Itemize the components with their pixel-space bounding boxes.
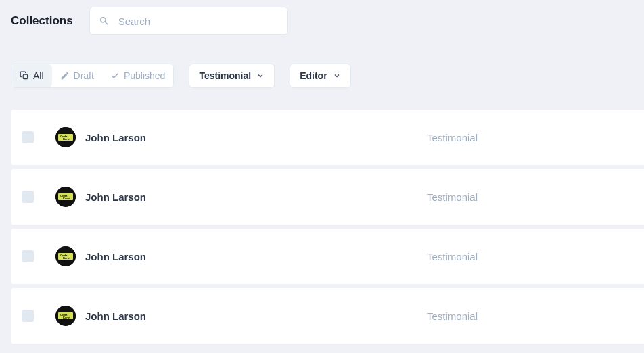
avatar: CodeKenn <box>55 246 76 266</box>
status-filter-segment: All Draft Published <box>11 64 174 88</box>
row-checkbox[interactable] <box>22 310 34 322</box>
row-category: Testimonial <box>427 310 478 322</box>
filter-draft-button[interactable]: Draft <box>52 64 102 87</box>
row-checkbox[interactable] <box>22 191 34 203</box>
svg-text:Kenn: Kenn <box>63 256 70 260</box>
editor-dropdown-label: Editor <box>300 70 327 81</box>
table-row[interactable]: CodeKenn John Larson Testimonial <box>11 288 644 344</box>
table-row[interactable]: CodeKenn John Larson Testimonial <box>11 169 644 225</box>
filter-published-label: Published <box>124 70 166 81</box>
editor-dropdown[interactable]: Editor <box>290 64 350 88</box>
svg-text:Kenn: Kenn <box>63 137 70 141</box>
chevron-down-icon <box>256 72 264 80</box>
avatar: CodeKenn <box>55 306 76 326</box>
filter-all-label: All <box>33 70 44 81</box>
svg-text:Kenn: Kenn <box>63 316 70 319</box>
avatar: CodeKenn <box>55 127 76 147</box>
row-name: John Larson <box>85 310 308 322</box>
check-icon <box>110 71 120 80</box>
filter-published-button[interactable]: Published <box>102 64 174 87</box>
filter-all-button[interactable]: All <box>12 64 52 87</box>
filter-draft-label: Draft <box>74 70 94 81</box>
svg-rect-0 <box>23 74 27 78</box>
table-row[interactable]: CodeKenn John Larson Testimonial <box>11 229 644 284</box>
row-name: John Larson <box>85 251 308 262</box>
row-category: Testimonial <box>427 251 478 262</box>
type-dropdown[interactable]: Testimonial <box>189 64 275 88</box>
items-list: CodeKenn John Larson Testimonial CodeKen… <box>0 110 644 344</box>
chevron-down-icon <box>333 72 341 80</box>
search-input[interactable] <box>89 7 288 35</box>
row-category: Testimonial <box>427 132 478 143</box>
type-dropdown-label: Testimonial <box>199 70 251 81</box>
svg-text:Kenn: Kenn <box>63 197 70 200</box>
pencil-icon <box>60 71 70 80</box>
row-category: Testimonial <box>427 191 478 203</box>
row-checkbox[interactable] <box>22 250 34 262</box>
row-checkbox[interactable] <box>22 131 34 143</box>
search-icon <box>99 16 110 26</box>
search-wrapper <box>89 7 288 35</box>
row-name: John Larson <box>85 191 308 203</box>
page-title: Collections <box>11 14 73 28</box>
row-name: John Larson <box>85 132 308 143</box>
table-row[interactable]: CodeKenn John Larson Testimonial <box>11 110 644 165</box>
avatar: CodeKenn <box>55 187 76 207</box>
copy-icon <box>20 71 29 80</box>
